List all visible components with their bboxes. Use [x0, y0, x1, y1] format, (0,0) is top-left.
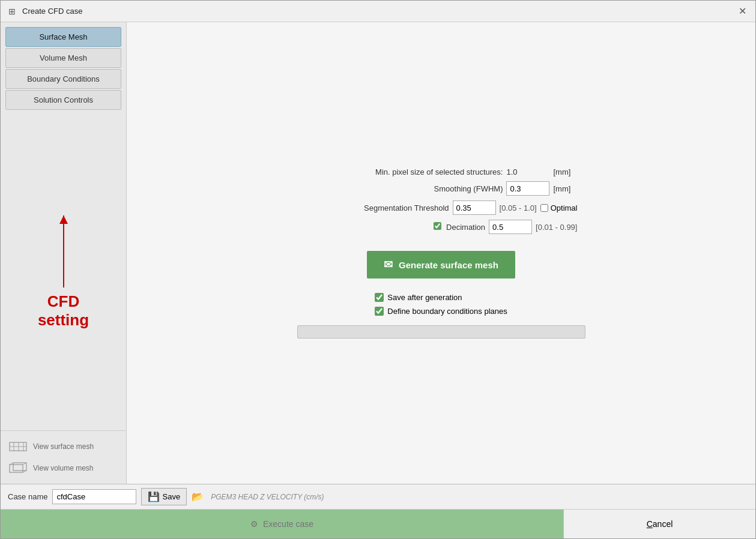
form-block: Min. pixel size of selected structures: …	[305, 167, 578, 234]
optimal-label: Optimal	[551, 203, 578, 212]
svg-rect-5	[10, 465, 23, 472]
segmentation-input[interactable]	[453, 200, 496, 215]
segmentation-range: [0.05 - 1.0]	[500, 203, 537, 212]
smoothing-row: Smoothing (FWHM) [mm]	[305, 181, 578, 196]
form-center: Min. pixel size of selected structures: …	[139, 167, 743, 339]
save-after-checkbox[interactable]	[375, 293, 384, 302]
main-content: Surface Mesh Volume Mesh Boundary Condit…	[1, 22, 755, 484]
title-bar: ⊞ Create CFD case ✕	[1, 1, 755, 22]
view-surface-mesh-button[interactable]: View surface mesh	[7, 437, 120, 456]
window-title: Create CFD case	[22, 7, 82, 16]
close-button[interactable]: ✕	[735, 4, 749, 19]
decimation-range: [0.01 - 0.99]	[536, 223, 577, 232]
boundary-planes-row: Define boundary conditions planes	[375, 307, 507, 316]
segmentation-row: Segmentation Threshold [0.05 - 1.0] Opti…	[305, 200, 578, 215]
boundary-planes-label: Define boundary conditions planes	[387, 307, 507, 316]
main-window: ⊞ Create CFD case ✕ Surface Mesh Volume …	[0, 0, 756, 539]
action-row: ⚙ Execute case Cancel	[1, 510, 755, 538]
cfd-label-area: CFD setting	[1, 115, 126, 430]
save-after-row: Save after generation	[375, 293, 462, 302]
decimation-checkbox[interactable]	[434, 222, 441, 230]
smoothing-unit: [mm]	[553, 184, 577, 193]
app-icon: ⊞	[7, 6, 17, 17]
view-volume-mesh-button[interactable]: View volume mesh	[7, 459, 120, 478]
surface-mesh-icon	[9, 441, 28, 453]
progress-bar	[297, 325, 585, 339]
cancel-button[interactable]: Cancel	[563, 510, 755, 538]
open-icon: 📂	[192, 491, 204, 502]
file-path: PGEM3 HEAD Z VELOCITY (cm/s)	[211, 493, 324, 501]
cfd-label: CFD setting	[38, 292, 89, 330]
tab-boundary-conditions[interactable]: Boundary Conditions	[5, 69, 121, 89]
optimal-check: Optimal	[540, 203, 578, 212]
bottom-bar: Case name 💾 Save 📂 PGEM3 HEAD Z VELOCITY…	[1, 484, 755, 538]
execute-case-button[interactable]: ⚙ Execute case	[1, 510, 563, 538]
decimation-label: Decimation	[341, 222, 485, 232]
smoothing-label: Smoothing (FWHM)	[358, 184, 503, 193]
smoothing-input[interactable]	[506, 181, 549, 196]
save-button[interactable]: 💾 Save	[141, 488, 187, 505]
cfd-arrow	[63, 215, 64, 288]
tab-solution-controls[interactable]: Solution Controls	[5, 90, 121, 110]
cancel-underline: C	[647, 519, 653, 529]
case-name-input[interactable]	[52, 489, 136, 504]
checkboxes-col: Save after generation Define boundary co…	[375, 293, 507, 316]
min-pixel-unit: [mm]	[553, 167, 577, 176]
case-name-row: Case name 💾 Save 📂 PGEM3 HEAD Z VELOCITY…	[1, 484, 755, 510]
tab-volume-mesh[interactable]: Volume Mesh	[5, 48, 121, 68]
right-panel: Min. pixel size of selected structures: …	[127, 22, 755, 484]
tab-surface-mesh[interactable]: Surface Mesh	[5, 27, 121, 47]
execute-icon: ⚙	[250, 519, 258, 529]
min-pixel-row: Min. pixel size of selected structures: …	[305, 167, 578, 176]
volume-mesh-icon	[9, 462, 28, 474]
optimal-checkbox[interactable]	[540, 204, 548, 212]
sidebar-bottom: View surface mesh View volume mesh	[1, 430, 126, 484]
case-name-label: Case name	[8, 492, 47, 501]
generate-surface-mesh-button[interactable]: ✉ Generate surface mesh	[367, 251, 515, 279]
generate-icon: ✉	[384, 258, 393, 271]
sidebar-tabs: Surface Mesh Volume Mesh Boundary Condit…	[1, 22, 126, 115]
decimation-input[interactable]	[489, 220, 532, 234]
title-bar-left: ⊞ Create CFD case	[7, 6, 82, 17]
cancel-label-rest: ancel	[653, 519, 673, 529]
min-pixel-value: 1.0	[506, 167, 549, 176]
min-pixel-label: Min. pixel size of selected structures:	[358, 167, 503, 176]
save-after-label: Save after generation	[387, 293, 462, 302]
segmentation-label: Segmentation Threshold	[305, 203, 449, 212]
save-icon: 💾	[148, 491, 160, 502]
boundary-planes-checkbox[interactable]	[375, 307, 384, 316]
decimation-row: Decimation [0.01 - 0.99]	[305, 220, 578, 234]
sidebar: Surface Mesh Volume Mesh Boundary Condit…	[1, 22, 127, 484]
